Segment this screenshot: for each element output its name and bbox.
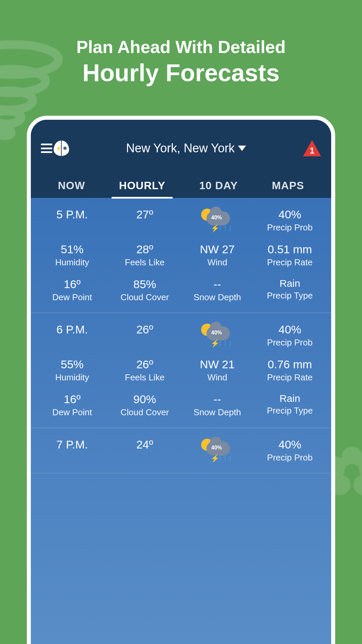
cloud-cover-value: 85% (110, 278, 180, 291)
precip-rate-value: 0.51 mm (255, 243, 325, 256)
svg-point-3 (0, 111, 21, 124)
hour-temp: 24º (110, 438, 180, 451)
tab-maps[interactable]: MAPS (268, 173, 307, 198)
hour-row[interactable]: 7 P.M. 24º 40% ⚡❘❘❘ 40%Precip Prob (31, 428, 331, 473)
dew-point-label: Dew Point (38, 292, 107, 303)
humidity-label: Humidity (38, 372, 107, 383)
precip-rate-label: Precip Rate (255, 257, 325, 268)
cloud-cover-label: Cloud Cover (110, 292, 180, 303)
precip-prob-label: Precip Prob (255, 452, 325, 463)
humidity-label: Humidity (38, 257, 107, 268)
alert-button[interactable]: 1 (303, 140, 321, 156)
humidity-value: 55% (38, 358, 107, 371)
hour-row[interactable]: 6 P.M. 26º 40% ⚡❘❘❘ 40%Precip Prob 55%Hu… (31, 313, 331, 428)
precip-rate-value: 0.76 mm (255, 358, 325, 371)
precip-rate-label: Precip Rate (255, 372, 325, 383)
dew-point-value: 16º (38, 393, 107, 406)
svg-point-10 (345, 464, 359, 479)
hour-time: 5 P.M. (38, 208, 107, 221)
precip-prob-label: Precip Prob (255, 337, 325, 348)
feels-like-value: 28º (110, 243, 180, 256)
wind-value: NW 21 (183, 358, 252, 371)
phone-frame: ⚡ ❄ New York, New York 1 NOW HOURLY 10 D… (27, 116, 335, 644)
wind-value: NW 27 (183, 243, 252, 256)
hamburger-icon (41, 144, 52, 153)
weather-thunderstorm-icon: 40% ⚡❘❘❘ (200, 208, 234, 231)
precip-prob-value: 40% (255, 208, 325, 221)
location-name: New York, New York (126, 141, 235, 155)
chevron-down-icon (238, 146, 246, 151)
precip-prob-value: 40% (255, 438, 325, 451)
hour-row[interactable]: 5 P.M. 27º 40% ⚡❘❘❘ 40%Precip Prob 51%Hu… (31, 198, 331, 313)
snow-depth-value: -- (183, 278, 252, 291)
precip-prob-label: Precip Prob (255, 222, 325, 233)
humidity-value: 51% (38, 243, 107, 256)
wind-label: Wind (183, 372, 252, 383)
feels-like-label: Feels Like (110, 372, 180, 383)
weather-thunderstorm-icon: 40% ⚡❘❘❘ (200, 438, 234, 462)
svg-point-4 (0, 129, 11, 136)
weatherbug-logo-icon: ⚡ ❄ (54, 141, 69, 156)
tab-10day[interactable]: 10 DAY (196, 173, 241, 198)
weather-thunderstorm-icon: 40% ⚡❘❘❘ (200, 323, 234, 346)
precip-prob-value: 40% (255, 323, 325, 336)
alert-count: 1 (303, 146, 321, 156)
menu-button[interactable]: ⚡ ❄ (41, 141, 69, 156)
tab-hourly[interactable]: HOURLY (116, 173, 169, 198)
snow-depth-label: Snow Depth (183, 292, 252, 303)
dew-point-value: 16º (38, 278, 107, 291)
hourly-forecast-list[interactable]: 5 P.M. 27º 40% ⚡❘❘❘ 40%Precip Prob 51%Hu… (31, 198, 331, 644)
location-selector[interactable]: New York, New York (126, 141, 246, 155)
hour-time: 7 P.M. (38, 438, 107, 451)
feels-like-label: Feels Like (110, 257, 180, 268)
snow-depth-label: Snow Depth (183, 407, 252, 418)
hour-temp: 26º (110, 323, 180, 336)
dew-point-label: Dew Point (38, 407, 107, 418)
cloud-cover-value: 90% (110, 393, 180, 406)
tab-bar: NOW HOURLY 10 DAY MAPS (41, 173, 321, 198)
wind-label: Wind (183, 257, 252, 268)
hour-temp: 27º (110, 208, 180, 221)
cloud-cover-label: Cloud Cover (110, 407, 180, 418)
feels-like-value: 26º (110, 358, 180, 371)
tab-now[interactable]: NOW (55, 173, 88, 198)
precip-type-value: Rain (255, 278, 325, 289)
precip-type-label: Precip Type (255, 290, 325, 301)
hour-time: 6 P.M. (38, 323, 107, 336)
precip-type-value: Rain (255, 393, 325, 404)
app-header: ⚡ ❄ New York, New York 1 NOW HOURLY 10 D… (31, 120, 331, 198)
snow-depth-value: -- (183, 393, 252, 406)
precip-type-label: Precip Type (255, 406, 325, 416)
